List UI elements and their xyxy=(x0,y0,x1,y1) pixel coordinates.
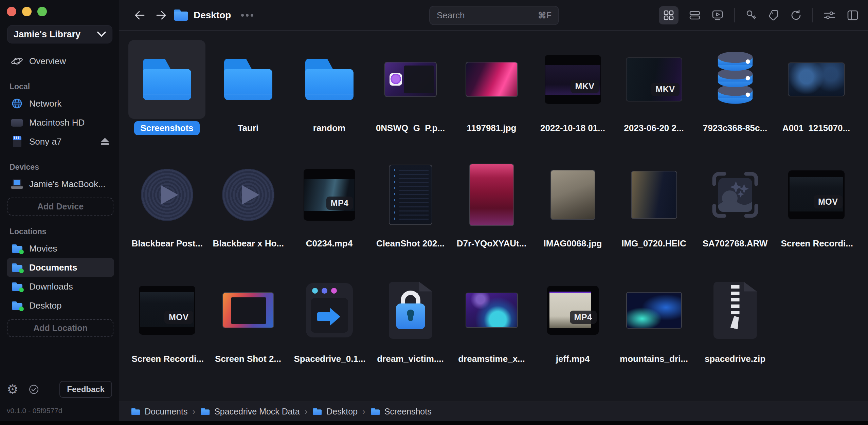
list-view-button[interactable] xyxy=(689,9,701,21)
image-thumbnail xyxy=(469,164,514,226)
sidebar-item-documents[interactable]: Documents xyxy=(7,258,114,277)
file-item[interactable]: MOV Screen Recordi... xyxy=(776,155,857,271)
file-item[interactable]: 0NSWQ_G_P.p... xyxy=(370,40,451,155)
folder-icon xyxy=(11,282,23,291)
file-name: D7r-YQoXYAUt... xyxy=(453,237,530,251)
back-button[interactable] xyxy=(133,9,146,22)
file-item[interactable]: MP4 jeff.mp4 xyxy=(532,271,613,386)
section-title-locations: Locations xyxy=(10,227,114,236)
chevron-down-icon xyxy=(97,32,106,37)
format-badge: MOV xyxy=(814,195,842,208)
breadcrumb-screenshots[interactable]: Screenshots xyxy=(370,407,432,417)
sidebar-item-sony-a7[interactable]: Sony a7 xyxy=(7,132,114,151)
sidebar-item-downloads[interactable]: Downloads xyxy=(7,277,114,296)
audio-icon xyxy=(141,169,193,221)
search-input[interactable]: Search ⌘F xyxy=(429,6,559,25)
format-badge: MOV xyxy=(164,311,193,324)
video-thumbnail: MP4 xyxy=(304,169,355,221)
feedback-button[interactable]: Feedback xyxy=(59,381,112,398)
more-options-icon[interactable] xyxy=(241,14,253,17)
tag-button[interactable] xyxy=(767,9,780,21)
database-icon xyxy=(713,52,757,107)
file-name: Blackbear Post... xyxy=(128,237,206,251)
path-bar: Documents Spacedrive Mock Data Desktop S… xyxy=(119,402,868,421)
inspector-toggle-button[interactable] xyxy=(846,9,859,22)
folder-icon xyxy=(201,408,210,415)
file-item[interactable]: IMG_0720.HEIC xyxy=(613,155,694,271)
file-item[interactable]: 1197981.jpg xyxy=(451,40,532,155)
file-item[interactable]: MKV 2022-10-18 01... xyxy=(532,40,613,155)
eject-icon[interactable] xyxy=(100,137,110,146)
media-view-button[interactable] xyxy=(711,9,724,22)
format-badge: MP4 xyxy=(570,311,597,324)
grid-view-button[interactable] xyxy=(659,6,679,24)
sidebar-item-macbook[interactable]: Jamie's MacBook... xyxy=(7,174,114,193)
file-item[interactable]: MOV Screen Recordi... xyxy=(126,271,207,386)
file-item-screenshots[interactable]: Screenshots xyxy=(126,40,207,155)
check-circle-icon[interactable] xyxy=(29,383,39,396)
file-name: spacedrive.zip xyxy=(701,352,769,366)
key-manager-button[interactable] xyxy=(745,9,757,21)
file-name: IMG_0720.HEIC xyxy=(618,237,690,251)
section-title-devices: Devices xyxy=(10,163,114,172)
encrypted-file-icon xyxy=(389,282,432,339)
file-item[interactable]: A001_1215070... xyxy=(776,40,857,155)
library-selector[interactable]: Jamie's Library xyxy=(7,25,112,43)
file-item[interactable]: MKV 2023-06-20 2... xyxy=(613,40,694,155)
sidebar-item-macintosh-hd[interactable]: Macintosh HD xyxy=(7,113,114,132)
file-item[interactable]: dreamstime_x... xyxy=(451,271,532,386)
video-thumbnail: MP4 xyxy=(547,286,599,335)
file-item[interactable]: 7923c368-85c... xyxy=(694,40,776,155)
zoom-window-button[interactable] xyxy=(37,7,47,16)
breadcrumb-separator xyxy=(362,406,365,417)
file-name: dreamstime_x... xyxy=(455,352,528,366)
app-version: v0.1.0 - 05f9577d xyxy=(7,407,112,415)
add-location-button[interactable]: Add Location xyxy=(7,319,113,337)
add-device-button[interactable]: Add Device xyxy=(7,198,113,216)
breadcrumb-desktop[interactable]: Desktop xyxy=(312,407,358,417)
sidebar-item-movies[interactable]: Movies xyxy=(7,239,114,258)
current-location-title: Desktop xyxy=(194,10,231,21)
sidebar-item-overview[interactable]: Overview xyxy=(7,52,114,71)
settings-gear-icon[interactable]: ⚙ xyxy=(7,383,18,396)
minimize-window-button[interactable] xyxy=(22,7,32,16)
file-item[interactable]: Blackbear Post... xyxy=(126,155,207,271)
top-bar: Desktop Search ⌘F xyxy=(119,0,868,31)
sidebar-item-network[interactable]: Network xyxy=(7,94,114,113)
sidebar-item-label: Sony a7 xyxy=(29,136,61,147)
format-badge: MKV xyxy=(651,83,679,96)
file-item[interactable]: Spacedrive_0.1... xyxy=(289,271,370,386)
file-item-tauri[interactable]: Tauri xyxy=(207,40,289,155)
window-bottom-edge xyxy=(0,421,868,425)
image-thumbnail xyxy=(389,165,432,225)
close-window-button[interactable] xyxy=(7,7,16,16)
file-name: Screen Recordi... xyxy=(128,352,206,366)
file-item[interactable]: IMAG0068.jpg xyxy=(532,155,613,271)
image-thumbnail xyxy=(626,292,682,329)
file-item[interactable]: Blackbear x Ho... xyxy=(207,155,289,271)
format-badge: MP4 xyxy=(326,197,353,210)
raw-photo-placeholder-icon xyxy=(709,169,761,221)
display-options-button[interactable] xyxy=(823,9,836,22)
breadcrumb-spacedrive-mock-data[interactable]: Spacedrive Mock Data xyxy=(200,407,300,417)
sidebar-item-label: Desktop xyxy=(29,300,61,311)
file-item[interactable]: SA702768.ARW xyxy=(694,155,776,271)
sidebar-item-desktop[interactable]: Desktop xyxy=(7,296,114,315)
library-name: Jamie's Library xyxy=(14,29,80,40)
file-name: SA702768.ARW xyxy=(699,237,771,251)
breadcrumb-documents[interactable]: Documents xyxy=(130,407,187,417)
sidebar-item-label: Overview xyxy=(29,56,66,67)
file-item[interactable]: CleanShot 202... xyxy=(370,155,451,271)
file-item[interactable]: spacedrive.zip xyxy=(694,271,776,386)
refresh-button[interactable] xyxy=(790,9,802,21)
file-item[interactable]: mountains_dri... xyxy=(613,271,694,386)
file-item[interactable]: Screen Shot 2... xyxy=(207,271,289,386)
forward-button[interactable] xyxy=(155,9,168,22)
file-item[interactable]: MP4 C0234.mp4 xyxy=(289,155,370,271)
file-name: Screen Recordi... xyxy=(778,237,855,251)
file-item[interactable]: D7r-YQoXYAUt... xyxy=(451,155,532,271)
file-item[interactable]: dream_victim.... xyxy=(370,271,451,386)
file-item-random[interactable]: random xyxy=(289,40,370,155)
folder-icon xyxy=(371,408,379,415)
sidebar-item-label: Downloads xyxy=(29,281,73,292)
